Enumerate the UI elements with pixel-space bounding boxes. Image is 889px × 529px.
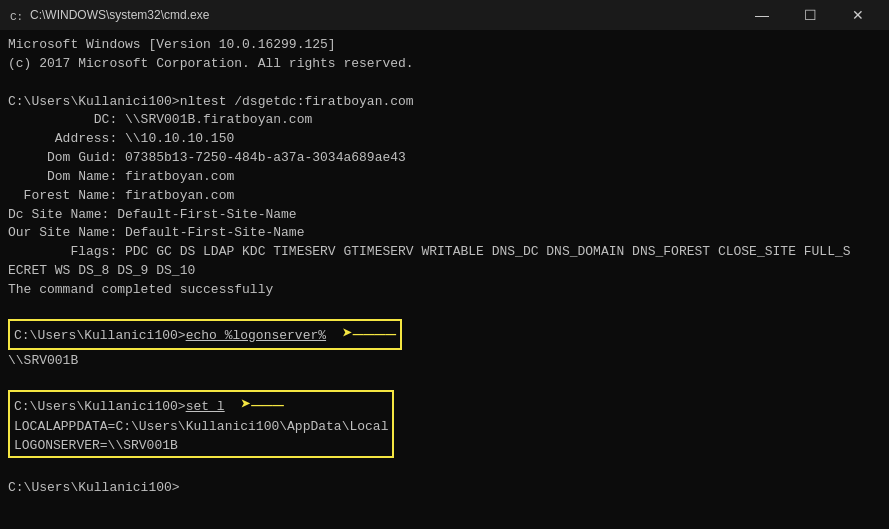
terminal-output[interactable]: Microsoft Windows [Version 10.0.16299.12… <box>0 30 889 529</box>
cmd-icon: C: <box>8 7 24 23</box>
line-3 <box>8 74 881 93</box>
line-flags: Flags: PDC GC DS LDAP KDC TIMESERV GTIME… <box>8 243 881 262</box>
final-prompt: C:\Users\Kullanici100> <box>8 479 881 498</box>
echo-command-box: C:\Users\Kullanici100>echo %logonserver%… <box>8 319 402 350</box>
line-1: Microsoft Windows [Version 10.0.16299.12… <box>8 36 881 55</box>
line-blank3 <box>8 460 881 479</box>
setl-command-box: C:\Users\Kullanici100>set l ➤——— LOCALAP… <box>8 390 394 459</box>
line-flags2: ECRET WS DS_8 DS_9 DS_10 <box>8 262 881 281</box>
arrow-icon: ➤———— <box>342 324 396 344</box>
titlebar-left: C: C:\WINDOWS\system32\cmd.exe <box>8 7 209 23</box>
echo-result: \\SRV001B <box>8 352 881 371</box>
maximize-button[interactable]: ☐ <box>787 0 833 30</box>
line-blank2 <box>8 371 881 390</box>
window-title: C:\WINDOWS\system32\cmd.exe <box>30 8 209 22</box>
line-2: (c) 2017 Microsoft Corporation. All righ… <box>8 55 881 74</box>
window-controls: — ☐ ✕ <box>739 0 881 30</box>
localappdata-line: LOCALAPPDATA=C:\Users\Kullanici100\AppDa… <box>14 419 388 434</box>
minimize-button[interactable]: — <box>739 0 785 30</box>
line-nltest-cmd: C:\Users\Kullanici100>nltest /dsgetdc:fi… <box>8 93 881 112</box>
line-domguid: Dom Guid: 07385b13-7250-484b-a37a-3034a6… <box>8 149 881 168</box>
line-blank1 <box>8 300 881 319</box>
line-address: Address: \\10.10.10.150 <box>8 130 881 149</box>
line-completed: The command completed successfully <box>8 281 881 300</box>
echo-prompt: C:\Users\Kullanici100>echo %logonserver% <box>14 328 326 343</box>
line-dc: DC: \\SRV001B.firatboyan.com <box>8 111 881 130</box>
line-oursitename: Our Site Name: Default-First-Site-Name <box>8 224 881 243</box>
window: C: C:\WINDOWS\system32\cmd.exe — ☐ ✕ Mic… <box>0 0 889 529</box>
arrow-icon-2: ➤——— <box>240 395 283 415</box>
line-dcsitename: Dc Site Name: Default-First-Site-Name <box>8 206 881 225</box>
line-forestname: Forest Name: firatboyan.com <box>8 187 881 206</box>
titlebar: C: C:\WINDOWS\system32\cmd.exe — ☐ ✕ <box>0 0 889 30</box>
line-domname: Dom Name: firatboyan.com <box>8 168 881 187</box>
close-button[interactable]: ✕ <box>835 0 881 30</box>
logonserver-line: LOGONSERVER=\\SRV001B <box>14 438 178 453</box>
setl-prompt: C:\Users\Kullanici100>set l <box>14 399 225 414</box>
svg-text:C:: C: <box>10 11 23 23</box>
